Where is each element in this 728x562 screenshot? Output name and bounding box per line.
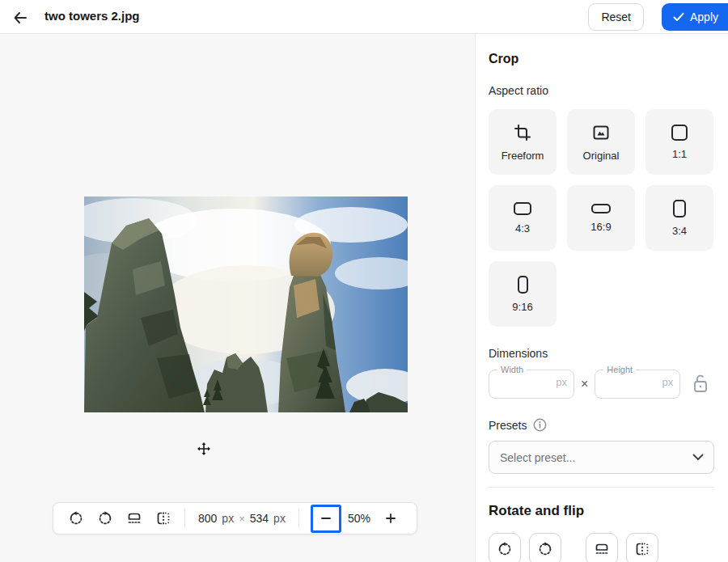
aspect-ratio-label: Aspect ratio [489,84,715,97]
plus-icon [385,513,396,524]
image-width-unit: px [222,512,234,525]
zoom-level-readout: 50% [341,512,377,525]
photo-two-towers[interactable] [84,196,408,412]
rotate-right-icon [537,541,553,557]
original-image-icon [591,123,611,142]
preset-select-placeholder: Select preset... [500,451,575,464]
crop-panel: Crop Aspect ratio Freeform 1:1 Original [476,34,728,562]
toolbar-divider [298,509,299,528]
aspect-option-label: 3:4 [672,225,687,237]
aspect-option-label: 4:3 [515,222,530,235]
portrait-ratio-icon [673,200,686,218]
aspect-ratio-grid: Freeform 1:1 Original 1:1 4:3 16:9 [489,109,715,327]
aspect-option-original[interactable]: 1:1 Original [567,109,635,175]
flip-horizontal-button[interactable] [626,533,658,562]
aspect-option-3-4[interactable]: 3:4 [645,185,713,251]
presets-label: Presets [489,419,527,432]
preset-select[interactable]: Select preset... [489,441,714,474]
toolbar-divider [184,509,185,528]
file-title: two towers 2.jpg [44,9,140,23]
rotate-right-icon [97,510,113,526]
checkmark-icon [673,12,684,22]
lock-aspect-button[interactable] [692,374,709,395]
aspect-option-16-9[interactable]: 16:9 [567,185,635,251]
flip-horizontal-button[interactable] [149,505,178,531]
dimensions-label: Dimensions [489,347,715,360]
editor-canvas: 800 px × 534 px 50% [0,34,476,562]
back-arrow-icon [13,11,28,24]
minus-icon [320,513,332,524]
zoom-in-button[interactable] [377,505,404,531]
back-button[interactable] [8,6,32,30]
width-input[interactable] [496,376,567,388]
top-bar: two towers 2.jpg Reset Apply [0,0,728,34]
chevron-down-icon [692,454,704,461]
aspect-option-label: Original [583,150,620,162]
rotate-left-icon [497,541,513,557]
flip-vertical-icon [594,541,610,557]
info-icon[interactable] [533,418,547,432]
section-divider [489,487,714,488]
rotate-flip-section-title: Rotate and flip [489,503,715,519]
crop-freeform-icon [513,123,532,142]
tall-ratio-icon [518,276,528,294]
rotate-flip-row [489,533,715,562]
height-input[interactable] [602,376,673,388]
flip-horizontal-icon [155,510,171,526]
aspect-option-4-3[interactable]: 4:3 [489,185,557,251]
image-dimensions-readout: 800 px × 534 px [192,512,292,525]
aspect-option-1-1[interactable]: 1:1 [645,109,713,175]
rotate-left-button[interactable] [61,505,91,531]
flip-vertical-icon [126,510,142,526]
wide-ratio-icon [591,204,611,213]
flip-vertical-button[interactable] [120,505,149,531]
dimensions-times-sign: × [581,377,588,391]
height-field: Height [595,365,680,399]
image-height-value: 534 [250,512,269,525]
aspect-option-label: 9:16 [512,301,532,313]
move-cursor-icon [197,442,210,455]
rotate-right-button[interactable] [91,505,120,531]
dimensions-times-sign: × [239,513,245,525]
apply-button-label: Apply [690,11,718,23]
image-width-value: 800 [198,512,217,525]
width-field: Width [489,365,574,399]
height-field-label: Height [603,365,636,374]
image-height-unit: px [273,512,286,525]
landscape-ratio-icon [514,202,531,215]
zoom-out-button[interactable] [311,505,341,533]
flip-vertical-button[interactable] [586,533,618,562]
presets-row: Presets [489,418,715,432]
square-ratio-icon [671,125,688,141]
rotate-left-button[interactable] [489,533,521,562]
canvas-toolbar: 800 px × 534 px 50% [53,502,417,535]
dimensions-row: Width × Height [489,365,715,399]
aspect-option-9-16[interactable]: 9:16 [489,261,557,327]
rotate-right-button[interactable] [529,533,561,562]
aspect-option-label: 16:9 [590,221,611,233]
aspect-option-label: 1:1 [672,148,687,160]
aspect-option-freeform[interactable]: Freeform [489,109,557,175]
aspect-option-label: Freeform [502,150,544,162]
flip-horizontal-icon [634,541,650,557]
crop-section-title: Crop [489,52,715,66]
rotate-left-icon [68,510,84,526]
apply-button[interactable]: Apply [662,3,728,31]
open-padlock-icon [692,374,709,395]
reset-button[interactable]: Reset [588,3,644,31]
width-field-label: Width [497,365,527,374]
